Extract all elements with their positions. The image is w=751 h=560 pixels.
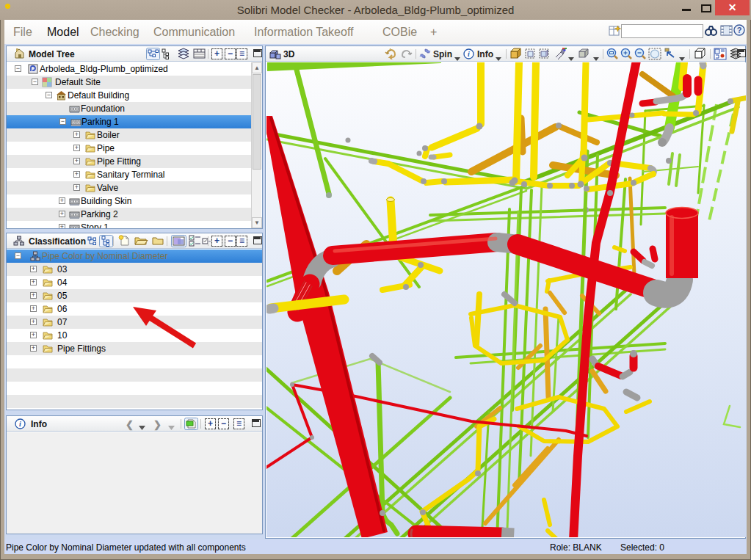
svg-text:?: ? — [737, 26, 742, 34]
svg-text:i: i — [468, 50, 470, 58]
svg-text:i: i — [19, 420, 21, 428]
